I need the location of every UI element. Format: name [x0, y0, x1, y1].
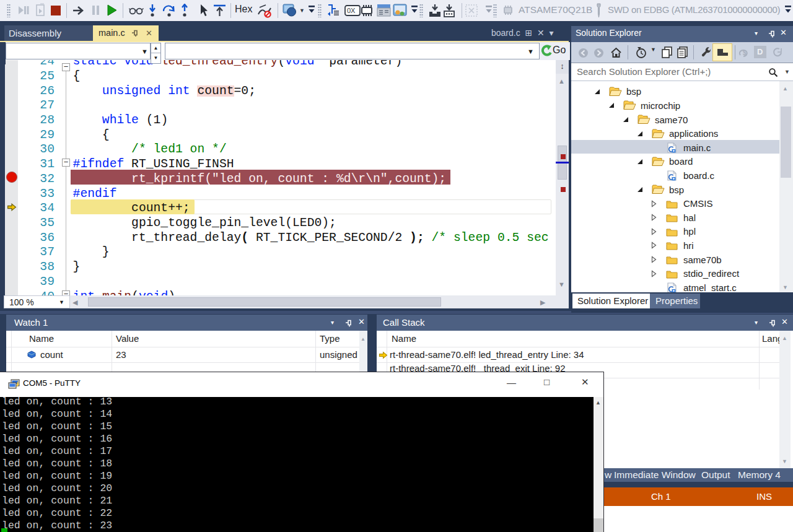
svg-text:$: $	[743, 50, 747, 56]
svg-text:0X: 0X	[347, 7, 356, 14]
